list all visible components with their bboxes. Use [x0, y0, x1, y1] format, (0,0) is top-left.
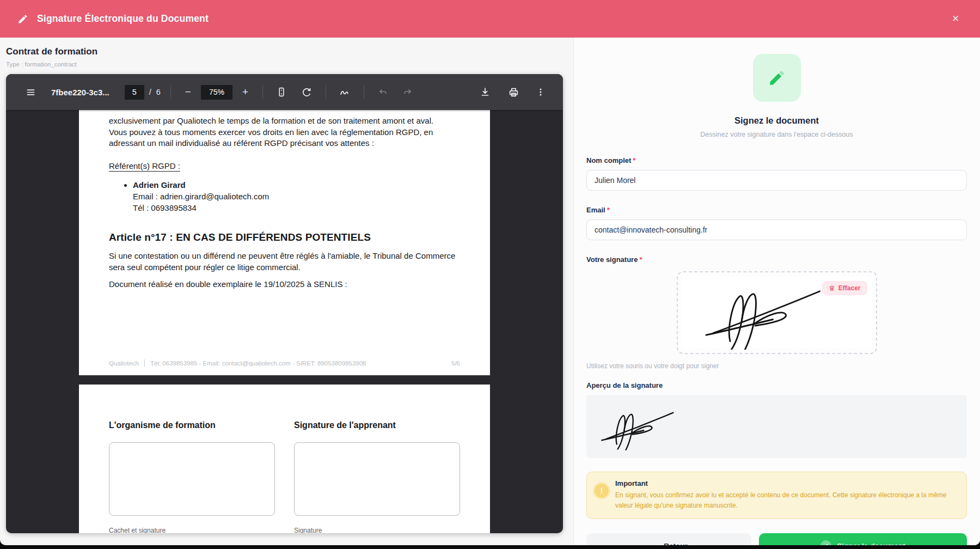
- page-footer: Qualiotech Tél: 0639853985 - Email: cont…: [109, 359, 460, 367]
- signature-modal: Signature Électronique du Document ✕ Con…: [0, 0, 980, 545]
- zoom-in-icon[interactable]: +: [238, 86, 253, 98]
- learner-signature-heading: Signature de l'apprenant: [294, 420, 460, 430]
- download-icon[interactable]: [476, 83, 494, 101]
- warning-title: Important: [615, 479, 957, 487]
- trash-icon: [829, 285, 835, 291]
- email-label: Email*: [586, 206, 610, 214]
- warning-text: En signant, vous confirmez avoir lu et a…: [615, 490, 957, 511]
- action-buttons: ← Retour ✓ Signer le document: [586, 533, 967, 545]
- sign-document-button[interactable]: ✓ Signer le document: [759, 533, 967, 545]
- pdf-toolbar: 7fbee220-3c3... / 6 − 75% +: [6, 74, 563, 110]
- paragraph: Si une contestation ou un différend ne p…: [109, 251, 460, 273]
- referent-tel: Tél : 0693895834: [133, 203, 460, 214]
- redo-icon[interactable]: [399, 83, 416, 101]
- learner-signature-caption: Signature: [294, 527, 460, 533]
- signature-preview-drawing: [592, 398, 703, 455]
- referent-heading: Référent(s) RGPD :: [109, 161, 460, 172]
- learner-signature-box: [294, 442, 460, 516]
- back-arrow-icon: ←: [650, 541, 658, 545]
- warning-icon: !: [595, 484, 609, 498]
- close-icon[interactable]: ✕: [947, 11, 964, 27]
- paragraph: Vous pouvez à tous moments exercer vos d…: [109, 127, 460, 149]
- pencil-green-icon: [768, 69, 786, 87]
- sign-icon-card: [753, 54, 801, 102]
- print-icon[interactable]: [505, 83, 523, 101]
- footer-divider: [144, 359, 145, 367]
- pdf-scroll-area[interactable]: exclusivement par Qualiotech le temps de…: [6, 110, 563, 533]
- referent-name: Adrien Girard: [133, 180, 460, 191]
- footer-page-number: 5/6: [451, 360, 460, 367]
- pdf-page-6: L'organisme de formation Cachet et signa…: [79, 385, 490, 533]
- pdf-doc-name: 7fbee220-3c3...: [51, 88, 109, 97]
- email-field-group: Email*: [586, 205, 967, 240]
- org-signature-heading: L'organisme de formation: [109, 420, 275, 430]
- draw-annotation-icon[interactable]: [336, 83, 354, 101]
- signature-canvas[interactable]: Effacer: [682, 277, 872, 349]
- toolbar-divider: [262, 85, 263, 99]
- document-title: Contrat de formation: [6, 46, 563, 57]
- page-number-input[interactable]: [125, 85, 144, 100]
- toolbar-divider: [170, 85, 171, 99]
- pencil-icon: [17, 14, 28, 25]
- panel-subtitle: Dessinez votre signature dans l'espace c…: [586, 131, 967, 138]
- pdf-viewer: 7fbee220-3c3... / 6 − 75% +: [6, 74, 563, 533]
- name-label: Nom complet*: [586, 156, 635, 164]
- page-separator: /: [149, 88, 151, 96]
- referent-email: Email : adrien.girard@qualiotech.com: [133, 191, 460, 203]
- pdf-page-5: exclusivement par Qualiotech le temps de…: [79, 110, 490, 375]
- article-heading: Article n°17 : EN CAS DE DIFFÉRENDS POTE…: [109, 231, 460, 243]
- rotate-icon[interactable]: [298, 83, 316, 101]
- zoom-level[interactable]: 75%: [201, 85, 232, 100]
- required-asterisk: *: [607, 206, 610, 214]
- modal-header: Signature Électronique du Document ✕: [0, 0, 980, 38]
- signature-hint: Utilisez votre souris ou votre doigt pou…: [586, 362, 967, 370]
- check-icon: ✓: [820, 540, 831, 545]
- name-field-group: Nom complet*: [586, 155, 967, 191]
- zoom-out-icon[interactable]: −: [181, 86, 195, 98]
- document-section: Contrat de formation Type : formation_co…: [0, 38, 573, 545]
- undo-icon[interactable]: [374, 83, 391, 101]
- back-button[interactable]: ← Retour: [586, 533, 751, 545]
- paragraph: exclusivement par Qualiotech le temps de…: [109, 115, 460, 127]
- signature-pad-border: Effacer: [677, 271, 877, 354]
- name-input[interactable]: [586, 170, 967, 191]
- warning-box: ! Important En signant, vous confirmez a…: [586, 472, 967, 519]
- panel-title: Signez le document: [586, 115, 967, 126]
- fit-page-icon[interactable]: [273, 83, 290, 101]
- kebab-menu-icon[interactable]: [532, 84, 549, 100]
- menu-icon[interactable]: [22, 84, 39, 101]
- page-total: 6: [156, 88, 161, 96]
- signature-label: Votre signature*: [586, 255, 642, 264]
- signature-preview: [586, 395, 967, 458]
- signature-panel: Signez le document Dessinez votre signat…: [573, 38, 980, 545]
- signature-field-group: Votre signature*: [586, 254, 967, 354]
- paragraph: Document réalisé en double exemplaire le…: [109, 279, 460, 290]
- org-signature-box: [109, 442, 275, 516]
- required-asterisk: *: [633, 156, 635, 164]
- referent-list: Adrien Girard Email : adrien.girard@qual…: [109, 180, 460, 213]
- org-signature-caption: Cachet et signature: [109, 527, 275, 533]
- toolbar-divider: [326, 85, 326, 99]
- document-type: Type : formation_contract: [6, 61, 563, 68]
- footer-org: Qualiotech: [109, 360, 139, 367]
- modal-title: Signature Électronique du Document: [37, 13, 209, 25]
- clear-signature-button[interactable]: Effacer: [822, 281, 867, 295]
- footer-contact: Tél: 0639853985 - Email: contact@qualiot…: [150, 360, 366, 367]
- required-asterisk: *: [639, 255, 642, 264]
- toolbar-divider: [364, 85, 364, 99]
- preview-label: Aperçu de la signature: [586, 381, 967, 389]
- email-input[interactable]: [586, 219, 967, 240]
